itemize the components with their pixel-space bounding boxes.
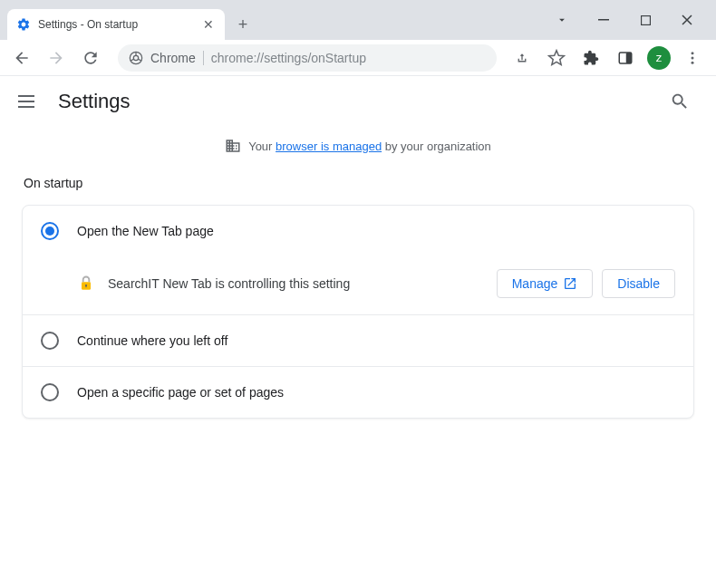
- option-continue-left-off[interactable]: Continue where you left off: [23, 314, 693, 366]
- section-heading: On startup: [24, 176, 694, 190]
- share-icon[interactable]: [509, 45, 535, 71]
- svg-rect-0: [598, 19, 609, 21]
- option-specific-pages[interactable]: Open a specific page or set of pages: [23, 366, 693, 418]
- svg-rect-11: [86, 285, 87, 287]
- address-divider: [203, 51, 204, 65]
- managed-text-prefix: Your: [248, 140, 272, 153]
- option-new-tab-page[interactable]: Open the New Tab page: [23, 206, 693, 256]
- managed-link[interactable]: browser is managed: [276, 140, 382, 153]
- browser-toolbar: Chrome chrome://settings/onStartup z: [0, 40, 716, 76]
- maximize-button[interactable]: [634, 9, 656, 31]
- manage-button-label: Manage: [512, 276, 558, 291]
- bookmark-star-icon[interactable]: [544, 45, 569, 71]
- manage-button[interactable]: Manage: [497, 269, 594, 298]
- profile-avatar[interactable]: z: [647, 46, 671, 70]
- side-panel-icon[interactable]: [613, 45, 638, 71]
- extensions-puzzle-icon[interactable]: [578, 45, 604, 71]
- search-settings-icon[interactable]: [662, 83, 698, 120]
- settings-gear-icon: [16, 17, 31, 32]
- svg-rect-1: [641, 15, 650, 24]
- lock-icon: [77, 275, 95, 293]
- svg-point-7: [692, 56, 694, 59]
- settings-header: Settings: [0, 76, 716, 127]
- organization-building-icon: [225, 138, 241, 154]
- disable-button[interactable]: Disable: [602, 269, 675, 298]
- back-button[interactable]: [7, 43, 36, 72]
- option-label: Continue where you left off: [77, 333, 227, 348]
- radio-unselected-icon[interactable]: [41, 383, 59, 401]
- browser-tab[interactable]: Settings - On startup ✕: [7, 9, 225, 40]
- forward-button[interactable]: [42, 43, 71, 72]
- minimize-button[interactable]: [593, 9, 614, 31]
- window-titlebar: Settings - On startup ✕ +: [0, 0, 716, 40]
- avatar-initial: z: [656, 51, 663, 64]
- tab-title: Settings - On startup: [38, 18, 194, 31]
- radio-unselected-icon[interactable]: [41, 332, 59, 350]
- close-window-button[interactable]: [676, 9, 698, 31]
- new-tab-button[interactable]: +: [230, 12, 256, 37]
- svg-point-8: [692, 61, 694, 63]
- external-link-icon: [563, 276, 577, 291]
- extension-controlled-notice: SearchIT New Tab is controlling this set…: [23, 256, 693, 314]
- kebab-menu-icon[interactable]: [680, 45, 705, 71]
- address-url: chrome://settings/onStartup: [211, 51, 366, 65]
- settings-content: On startup Open the New Tab page SearchI…: [0, 176, 716, 419]
- svg-rect-5: [626, 53, 632, 63]
- startup-options-card: Open the New Tab page SearchIT New Tab i…: [22, 205, 694, 419]
- svg-point-6: [692, 52, 694, 54]
- option-label: Open a specific page or set of pages: [77, 385, 284, 400]
- window-controls: [551, 9, 709, 40]
- managed-notice: Your browser is managed by your organiza…: [0, 127, 716, 165]
- menu-hamburger-icon[interactable]: [18, 91, 40, 112]
- svg-point-3: [133, 55, 138, 60]
- address-bar[interactable]: Chrome chrome://settings/onStartup: [118, 44, 497, 72]
- option-label: Open the New Tab page: [77, 224, 214, 238]
- radio-selected-icon[interactable]: [41, 222, 59, 240]
- page-title: Settings: [58, 90, 131, 113]
- controlled-text: SearchIT New Tab is controlling this set…: [108, 276, 484, 291]
- address-prefix: Chrome: [150, 51, 196, 65]
- tab-search-icon[interactable]: [551, 9, 573, 31]
- disable-button-label: Disable: [617, 276, 660, 291]
- managed-text-suffix: by your organization: [385, 140, 491, 153]
- chrome-logo-icon: [129, 51, 143, 65]
- reload-button[interactable]: [76, 43, 105, 72]
- close-tab-icon[interactable]: ✕: [201, 17, 216, 32]
